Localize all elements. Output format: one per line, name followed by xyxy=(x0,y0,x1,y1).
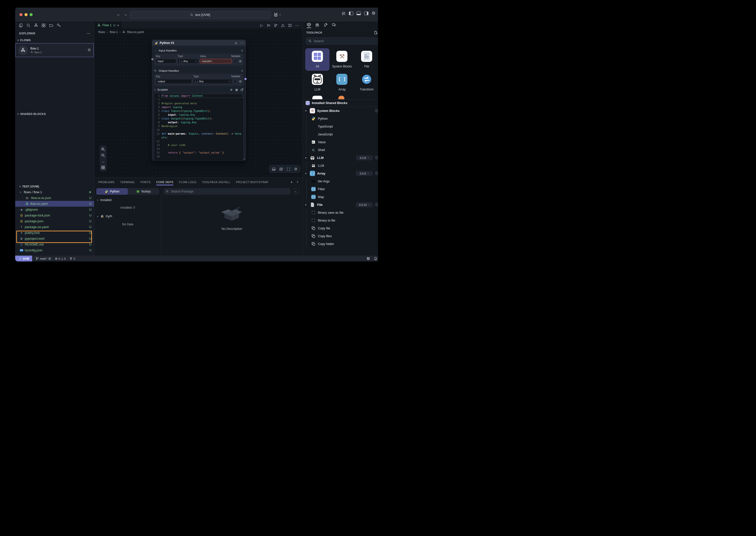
gift-tab-icon[interactable] xyxy=(315,23,319,28)
shared-block-copy-folder[interactable]: Copy folder xyxy=(303,240,378,248)
toolpack-tile-system-blocks[interactable]: ⚒System Blocks xyxy=(330,48,354,71)
open-external-icon[interactable] xyxy=(240,88,244,91)
toolpack-tile-all[interactable]: All xyxy=(305,48,329,71)
canvas-settings-gear-icon[interactable]: ⚙ xyxy=(294,167,298,171)
folder-icon[interactable] xyxy=(49,23,53,27)
flow-settings-gear-icon[interactable]: ⚙ xyxy=(88,48,91,52)
toolpack-search[interactable] xyxy=(306,37,378,45)
input-value-field[interactable]: <unset> xyxy=(200,59,232,63)
new-toolpack-icon[interactable] xyxy=(374,31,378,35)
panel-toggle-icon[interactable] xyxy=(272,167,276,171)
breadcrumb-file[interactable]: flow.oo.yaml xyxy=(127,30,144,34)
input-gear-icon[interactable]: ⚙ xyxy=(239,59,242,63)
grid-view-icon[interactable]: ▦ xyxy=(235,88,238,91)
node-more-icon[interactable]: ⋯ xyxy=(240,41,243,45)
tree-file-README.md[interactable]: ⓘREADME.mdU xyxy=(15,242,94,247)
toggle-right-sidebar-icon[interactable] xyxy=(364,12,368,15)
tree-folder-flows-flow-1[interactable]: ∨ flows / flow-1 xyxy=(15,189,94,195)
package-search-input[interactable] xyxy=(171,189,288,193)
input-key-field[interactable]: input xyxy=(156,59,176,63)
breadcrumb-flows[interactable]: flows xyxy=(98,30,105,34)
minimap-icon[interactable] xyxy=(279,167,283,171)
toggle-left-sidebar-icon[interactable] xyxy=(349,12,353,15)
shared-block-typescript[interactable]: TypeScript xyxy=(303,122,378,130)
input-nullable-checkbox[interactable] xyxy=(233,59,237,63)
tree-file-flow.oo.yaml[interactable]: flow.oo.yamlU xyxy=(15,201,94,207)
scriptlet-header[interactable]: ∨ Scriptlet ▦ xyxy=(154,87,244,92)
rabbit-assistant-icon[interactable] xyxy=(273,13,278,17)
installed-section-row[interactable]: ∨ Installed xyxy=(97,198,112,202)
add-input-icon[interactable]: + xyxy=(241,49,243,52)
shared-block-python[interactable]: Python xyxy=(303,115,378,122)
rabbit-assistant-icon[interactable] xyxy=(366,257,370,260)
back-button[interactable]: ← xyxy=(115,11,122,18)
input-connection-dot[interactable] xyxy=(151,57,154,61)
zoom-out-icon[interactable] xyxy=(101,152,105,158)
search-files-icon[interactable] xyxy=(26,23,31,27)
chat-tab-icon[interactable] xyxy=(332,23,336,28)
node-resize-handle[interactable] xyxy=(243,157,245,160)
blocks-icon[interactable] xyxy=(42,23,46,27)
shared-block-llm[interactable]: LLM xyxy=(303,162,378,170)
ports-item[interactable]: 0 xyxy=(69,257,75,260)
shared-block-binary-save-as-file[interactable]: 01Binary save as file xyxy=(303,209,378,217)
bottom-tab-ports[interactable]: PORTS xyxy=(141,178,151,187)
version-select[interactable]: 0.0.9∨ xyxy=(356,171,373,176)
more-actions-icon[interactable]: ⋯ xyxy=(295,23,299,27)
shared-block-copy-flies[interactable]: Copy flies xyxy=(303,232,378,240)
shared-block-map[interactable]: [ ]Map xyxy=(303,193,378,201)
version-select[interactable]: 0.2.8∨ xyxy=(356,155,373,160)
toolpack-tile-array[interactable]: [ ]Array xyxy=(330,71,354,94)
toolpack-tab-icon[interactable] xyxy=(307,22,311,28)
tree-file-package.oo.yaml[interactable]: !package.oo.yamlU xyxy=(15,224,94,230)
debug-run-icon[interactable] xyxy=(267,23,271,27)
zoom-window-button[interactable] xyxy=(30,13,33,16)
terminal-button[interactable]: >_ xyxy=(293,189,299,195)
package-search[interactable] xyxy=(163,188,291,195)
shared-block-javascript[interactable]: JavaScript xyxy=(303,130,378,138)
workspace-header[interactable]: ∨ TEST [OVM] xyxy=(15,184,94,189)
info-icon[interactable]: ⓘ xyxy=(375,109,378,113)
pypi-section-row[interactable]: ∨ PyPI xyxy=(97,215,112,218)
tree-file-poetry.lock[interactable]: ≡poetry.lockU xyxy=(15,230,94,236)
shared-section-array[interactable]: ▾[ ]Array0.0.9∨ⓘ xyxy=(303,170,378,177)
scriptlet-code-editor[interactable]: 1from oocana import Context2 3#region ge… xyxy=(154,93,244,161)
output-type-select[interactable]: {..} Any ∨ xyxy=(193,79,232,84)
customize-layout-icon[interactable] xyxy=(342,11,346,16)
zoom-in-icon[interactable] xyxy=(101,147,105,152)
split-editor-icon[interactable] xyxy=(288,23,292,27)
output-nullable-checkbox[interactable] xyxy=(233,80,237,84)
forward-button[interactable]: → xyxy=(122,11,129,18)
source-control-icon[interactable] xyxy=(34,23,38,27)
output-key-field[interactable]: output xyxy=(156,79,192,84)
git-branch-item[interactable]: main* xyxy=(36,257,51,260)
minimize-window-button[interactable] xyxy=(24,13,27,16)
bottom-tab-toolpack-install[interactable]: TOOLPACK INSTALL xyxy=(202,178,230,187)
toolpack-search-input[interactable] xyxy=(313,39,376,43)
notifications-bell-icon[interactable] xyxy=(374,257,377,260)
tree-file-package.json[interactable]: { }package.jsonU xyxy=(15,218,94,224)
key-icon[interactable] xyxy=(56,23,61,27)
shared-block-filter[interactable]: [ ]Filter xyxy=(303,185,378,193)
files-icon[interactable] xyxy=(19,23,23,27)
partial-tile[interactable] xyxy=(312,96,323,99)
maximize-panel-icon[interactable]: ∧ xyxy=(290,180,292,184)
settings-gear-icon[interactable]: ⚙ xyxy=(372,11,375,16)
bottom-tab-terminal[interactable]: TERMINAL xyxy=(120,178,135,187)
input-type-select[interactable]: {..} Any ∨ xyxy=(178,59,198,63)
tree-file-tsconfig.json[interactable]: TStsconfig.jsonU xyxy=(15,247,94,253)
shared-block-shell[interactable]: Shell xyxy=(303,146,378,154)
tree-file-.flow.ui.oo.json[interactable]: ▤.flow.ui.oo.jsonU xyxy=(15,195,94,201)
output-gear-icon[interactable]: ⚙ xyxy=(239,80,242,84)
tree-file-package-lock.json[interactable]: { }package-lock.jsonU xyxy=(15,213,94,218)
run-flow-icon[interactable]: ▷ xyxy=(260,23,263,27)
toggle-bottom-panel-icon[interactable] xyxy=(357,12,361,15)
close-window-button[interactable] xyxy=(19,13,22,16)
shared-block-value[interactable]: Value xyxy=(303,138,378,146)
info-icon[interactable]: ⓘ xyxy=(375,172,378,175)
flow-card[interactable]: flow-1 flow-1 ⚙ xyxy=(16,43,94,57)
git-merge-icon[interactable] xyxy=(274,23,278,27)
version-select[interactable]: 0.0.10∨ xyxy=(356,202,373,207)
node-header[interactable]: Python #1 ▷ ⋯ xyxy=(152,40,246,46)
info-icon[interactable]: ⓘ xyxy=(375,203,378,206)
